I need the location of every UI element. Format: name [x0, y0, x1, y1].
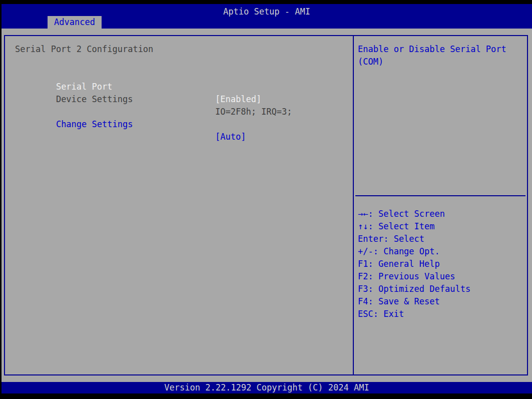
hotkey-change-opt: +/-: Change Opt.: [358, 245, 525, 258]
tab-advanced[interactable]: Advanced: [48, 16, 102, 29]
hotkey-f4-save-reset: F4: Save & Reset: [358, 295, 525, 308]
hotkey-f2-previous-values: F2: Previous Values: [358, 270, 525, 283]
settings-pane: Serial Port 2 Configuration Serial Port …: [5, 36, 353, 374]
bios-setup-screen: { "titlebar": { "title": "Aptio Setup - …: [0, 0, 532, 399]
hotkey-esc-exit: ESC: Exit: [358, 308, 525, 320]
main-frame: Serial Port 2 Configuration Serial Port …: [4, 35, 528, 375]
setting-label: Device Settings: [56, 94, 133, 104]
setting-label: Change Settings: [56, 119, 133, 129]
version-text: Version 2.22.1292 Copyright (C) 2024 AMI: [2, 382, 532, 393]
help-pane: Enable or Disable Serial Port (COM) →←: …: [354, 36, 527, 374]
screen: Aptio Setup - AMI Advanced Serial Port 2…: [2, 4, 532, 393]
setting-row-change-settings[interactable]: Change Settings [Auto]: [5, 106, 353, 118]
setting-row-device-settings: Device Settings IO=2F8h; IRQ=3;: [5, 81, 353, 93]
hotkey-select-screen: →←: Select Screen: [358, 208, 525, 220]
help-text: Enable or Disable Serial Port (COM): [354, 36, 527, 68]
section-title: Serial Port 2 Configuration: [15, 43, 353, 56]
app-title: Aptio Setup - AMI: [2, 4, 532, 17]
hotkey-f1-general-help: F1: General Help: [358, 258, 525, 270]
hotkey-legend: →←: Select Screen ↑↓: Select Item Enter:…: [358, 208, 525, 320]
hotkey-enter-select: Enter: Select: [358, 233, 525, 245]
footer-bar: Version 2.22.1292 Copyright (C) 2024 AMI: [2, 382, 532, 393]
titlebar: Aptio Setup - AMI Advanced: [2, 4, 532, 29]
setting-value: [Auto]: [215, 131, 246, 143]
setting-row-serial-port[interactable]: Serial Port [Enabled]: [5, 68, 353, 81]
hotkey-f3-optimized-defaults: F3: Optimized Defaults: [358, 283, 525, 295]
help-hotkeys-divider: [355, 195, 525, 196]
hotkey-select-item: ↑↓: Select Item: [358, 220, 525, 233]
setting-value: [Enabled]: [215, 93, 261, 106]
